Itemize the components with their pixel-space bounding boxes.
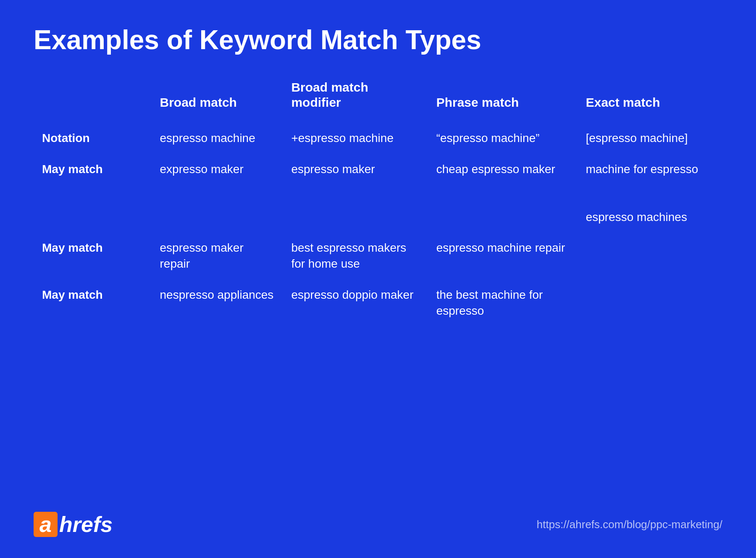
cell-row2-broad: espresso maker repair: [152, 232, 283, 279]
cell-row0-broad: espresso machine: [152, 123, 283, 154]
cell-row3-label: May match: [34, 279, 152, 326]
cell-row3-broad: nespresso appliances: [152, 279, 283, 326]
keyword-match-table: Broad match Broad match modifier Phrase …: [34, 80, 722, 326]
cell-row0-exact: [espresso machine]: [578, 123, 722, 154]
table-row: Notationespresso machine+espresso machin…: [34, 123, 722, 154]
page-title: Examples of Keyword Match Types: [34, 25, 722, 55]
cell-row3-phrase: the best machine for espresso: [428, 279, 578, 326]
cell-row1-label: May match: [34, 154, 152, 232]
cell-row0-label: Notation: [34, 123, 152, 154]
col-header-broad-modifier: Broad match modifier: [283, 80, 428, 123]
cell-row1-broad: expresso maker: [152, 154, 283, 232]
cell-row2-broad_modifier: best espresso makers for home use: [283, 232, 428, 279]
col-header-phrase: Phrase match: [428, 80, 578, 123]
cell-row2-exact: [578, 232, 722, 279]
cell-row3-exact: [578, 279, 722, 326]
cell-row0-phrase: “espresso machine”: [428, 123, 578, 154]
cell-row2-label: May match: [34, 232, 152, 279]
cell-row1-phrase: cheap espresso maker: [428, 154, 578, 232]
footer: a hrefs https://ahrefs.com/blog/ppc-mark…: [34, 508, 722, 537]
cell-row2-phrase: espresso machine repair: [428, 232, 578, 279]
table-row: May matchexpresso makerespresso makerche…: [34, 154, 722, 232]
logo-hrefs: hrefs: [59, 512, 113, 537]
table-row: May matchnespresso appliancesespresso do…: [34, 279, 722, 326]
logo-a: a: [34, 512, 58, 537]
cell-row1-exact: machine for espressoespresso machines: [578, 154, 722, 232]
col-header-exact: Exact match: [578, 80, 722, 123]
col-header-broad: Broad match: [152, 80, 283, 123]
cell-row3-broad_modifier: espresso doppio maker: [283, 279, 428, 326]
table-row: May matchespresso maker repairbest espre…: [34, 232, 722, 279]
cell-row0-broad_modifier: +espresso machine: [283, 123, 428, 154]
footer-url: https://ahrefs.com/blog/ppc-marketing/: [537, 518, 722, 531]
col-header-label: [34, 80, 152, 123]
table-wrapper: Broad match Broad match modifier Phrase …: [34, 80, 722, 495]
cell-row1-broad_modifier: espresso maker: [283, 154, 428, 232]
ahrefs-logo: a hrefs: [34, 512, 113, 537]
